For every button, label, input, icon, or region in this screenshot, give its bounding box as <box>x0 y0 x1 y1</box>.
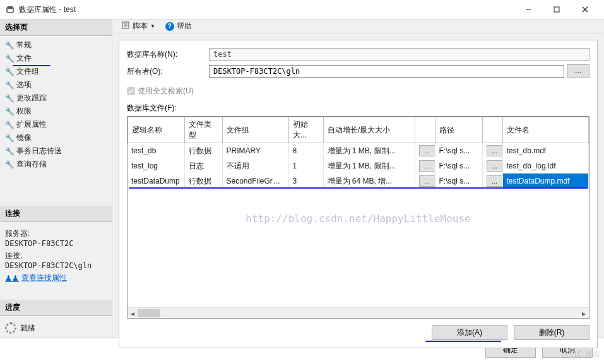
horizontal-scrollbar[interactable]: ◂ ▸ <box>127 307 589 318</box>
link-text: 查看连接属性 <box>21 273 67 283</box>
connection-icon: ♟♟ <box>5 274 19 283</box>
cell-type[interactable]: 行数据 <box>184 143 222 158</box>
window-controls <box>514 0 599 19</box>
nav-extended-props[interactable]: 🔧扩展属性 <box>0 118 112 131</box>
table-row[interactable]: test_log 日志 不适用 1 增量为 1 MB, 限制... ... F:… <box>127 158 589 173</box>
path-edit-button[interactable]: ... <box>487 145 503 156</box>
table-row[interactable]: testDataDump 行数据 SecondFileGroup 3 增量为 6… <box>127 173 589 189</box>
close-button[interactable] <box>571 0 599 19</box>
add-button[interactable]: 添加(A) <box>432 325 507 340</box>
col-autogrowth[interactable]: 自动增长/最大大小 <box>324 117 415 143</box>
help-button[interactable]: ? 帮助 <box>163 20 194 33</box>
cell-group[interactable]: SecondFileGroup <box>222 173 288 189</box>
nav-permissions[interactable]: 🔧权限 <box>0 105 112 118</box>
cell-path[interactable]: F:\sql s... <box>435 158 482 173</box>
view-connection-properties-link[interactable]: ♟♟查看连接属性 <box>5 273 107 283</box>
svg-rect-5 <box>122 22 129 28</box>
growth-edit-button[interactable]: ... <box>419 160 435 172</box>
wrench-icon: 🔧 <box>5 160 14 169</box>
titlebar: 数据库属性 - test <box>0 0 604 19</box>
owner-label: 所有者(O): <box>127 66 209 77</box>
cell-group[interactable]: PRIMARY <box>222 143 288 158</box>
help-label: 帮助 <box>177 21 192 32</box>
content: 脚本 ▼ ? 帮助 数据库名称(N): 所有者(O): ... 使用全文检索(U… <box>112 20 604 338</box>
cell-path[interactable]: F:\sql s... <box>435 173 482 189</box>
minimize-button[interactable] <box>514 0 542 19</box>
nav-label: 选项 <box>16 79 32 90</box>
nav-label: 更改跟踪 <box>16 93 47 103</box>
remove-button[interactable]: 删除(R) <box>514 325 589 340</box>
col-logical-name[interactable]: 逻辑名称 <box>128 117 185 143</box>
window-title: 数据库属性 - test <box>19 4 514 15</box>
cell-path[interactable]: F:\sql s... <box>435 143 482 158</box>
cell-type[interactable]: 日志 <box>184 158 222 173</box>
col-initial-size[interactable]: 初始大... <box>289 117 324 143</box>
scroll-right-icon[interactable]: ▸ <box>579 308 589 319</box>
connection-header: 连接 <box>0 206 112 222</box>
cell-size[interactable]: 3 <box>288 173 323 189</box>
wrench-icon: 🔧 <box>5 134 14 143</box>
help-icon: ? <box>165 22 174 31</box>
wrench-icon: 🔧 <box>5 120 14 129</box>
nav-label: 权限 <box>16 106 32 117</box>
script-icon <box>121 21 130 32</box>
db-name-label: 数据库名称(N): <box>127 49 209 60</box>
nav-mirroring[interactable]: 🔧镜像 <box>0 131 112 144</box>
nav-options[interactable]: 🔧选项 <box>0 78 112 91</box>
script-button[interactable]: 脚本 ▼ <box>119 20 158 33</box>
cell-size[interactable]: 1 <box>288 158 323 173</box>
wrench-icon: 🔧 <box>5 41 14 50</box>
owner-browse-button[interactable]: ... <box>567 64 589 78</box>
cell-growth[interactable]: 增量为 1 MB, 限制... <box>323 143 415 158</box>
nav-change-tracking[interactable]: 🔧更改跟踪 <box>0 91 112 105</box>
cell-file[interactable]: test_db_log.ldf <box>502 158 589 173</box>
files-grid[interactable]: 逻辑名称 文件类型 文件组 初始大... 自动增长/最大大小 路径 文件名 <box>127 116 589 319</box>
wrench-icon: 🔧 <box>5 54 14 63</box>
cell-file[interactable]: test_db.mdf <box>502 143 589 158</box>
nav-query-store[interactable]: 🔧查询存储 <box>0 158 112 171</box>
cell-size[interactable]: 8 <box>288 143 323 158</box>
svg-point-0 <box>7 6 13 9</box>
cell-growth[interactable]: 增量为 64 MB, 增... <box>323 173 415 189</box>
toolbar: 脚本 ▼ ? 帮助 <box>112 20 604 33</box>
cell-name[interactable]: test_log <box>127 158 184 173</box>
cell-name[interactable]: testDataDump <box>127 173 184 189</box>
col-filegroup[interactable]: 文件组 <box>223 117 289 143</box>
owner-input[interactable] <box>209 65 564 78</box>
nav-label: 文件 <box>16 53 32 64</box>
scroll-thumb[interactable] <box>138 309 160 317</box>
nav-general[interactable]: 🔧常规 <box>0 38 112 52</box>
cell-growth[interactable]: 增量为 1 MB, 限制... <box>323 158 415 173</box>
server-label: 服务器: <box>5 228 107 239</box>
connection-section: 服务器: DESKTOP-F83CT2C 连接: DESKTOP-F83CT2C… <box>0 222 112 287</box>
wrench-icon: 🔧 <box>5 94 14 103</box>
spinner-icon <box>5 322 16 334</box>
col-growth-btn <box>415 117 435 143</box>
table-row[interactable]: test_db 行数据 PRIMARY 8 增量为 1 MB, 限制... ..… <box>127 143 589 158</box>
wrench-icon: 🔧 <box>5 147 14 156</box>
cell-file[interactable]: testDataDump.mdf <box>502 173 589 189</box>
path-edit-button[interactable]: ... <box>487 160 503 172</box>
fulltext-label: 使用全文检索(U) <box>138 86 194 97</box>
nav-log-shipping[interactable]: 🔧事务日志传送 <box>0 144 112 158</box>
wrench-icon: 🔧 <box>5 68 14 76</box>
col-filename[interactable]: 文件名 <box>503 117 589 143</box>
script-label: 脚本 <box>133 21 148 32</box>
growth-edit-button[interactable]: ... <box>419 175 435 187</box>
files-grid-label: 数据库文件(F): <box>127 103 589 114</box>
progress-header: 进度 <box>0 300 112 316</box>
scroll-left-icon[interactable]: ◂ <box>127 308 138 319</box>
col-file-type[interactable]: 文件类型 <box>185 117 223 143</box>
growth-edit-button[interactable]: ... <box>419 145 435 156</box>
nav-label: 查询存储 <box>16 159 47 170</box>
dropdown-icon: ▼ <box>150 23 155 29</box>
maximize-button[interactable] <box>542 0 571 19</box>
col-path[interactable]: 路径 <box>435 117 483 143</box>
conn-label: 连接: <box>5 250 107 261</box>
path-edit-button[interactable]: ... <box>487 175 503 187</box>
cell-name[interactable]: test_db <box>127 143 184 158</box>
cell-group[interactable]: 不适用 <box>222 158 288 173</box>
nav-filegroups[interactable]: 🔧文件组 <box>0 65 112 78</box>
cell-type[interactable]: 行数据 <box>184 173 222 189</box>
nav-files[interactable]: 🔧文件 <box>0 52 112 65</box>
